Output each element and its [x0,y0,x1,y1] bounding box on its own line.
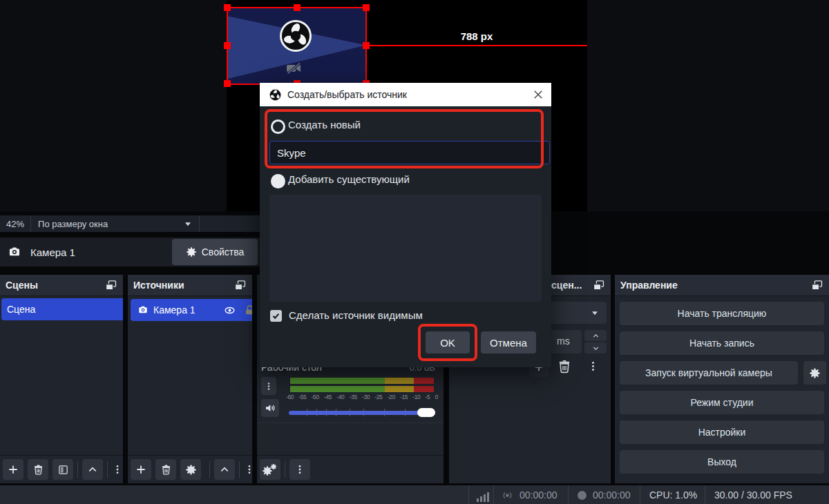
mixer-settings-button[interactable] [260,459,280,480]
volume-meter-left [290,378,434,384]
dialog-title: Создать/выбрать источник [287,89,407,100]
ok-button[interactable]: OK [426,331,470,353]
settings-button[interactable]: Настройки [620,420,824,444]
scenes-menu-button[interactable] [112,463,123,476]
add-existing-radio[interactable] [271,174,285,188]
add-existing-label: Добавить существующий [288,173,410,185]
dialog-title-bar[interactable]: Создать/выбрать источник [260,83,551,106]
scene-filters-button[interactable] [53,459,73,480]
mute-button[interactable] [261,399,279,417]
make-visible-label: Сделать источник видимым [289,309,423,321]
volume-slider-thumb[interactable] [417,408,435,417]
kebab-icon [587,359,599,374]
resize-handle-top-right[interactable] [363,4,370,11]
remove-source-button[interactable] [155,459,176,480]
status-bar: 00:00:00 00:00:00 CPU: 1.0% 30.00 / 30.0… [0,485,829,504]
divider [107,461,108,478]
chevron-up-icon [219,464,230,475]
create-new-radio[interactable] [271,119,285,134]
exit-button[interactable]: Выход [620,450,824,474]
transitions-menu-button[interactable] [587,359,599,374]
eye-icon[interactable] [223,304,236,316]
properties-button-label: Свойства [202,246,244,258]
obs-main-window: 788 px 42% По размеру окна Камера 1 Свой… [0,0,829,504]
camera-icon [7,245,22,259]
popout-icon[interactable] [592,280,605,291]
mixer-channel-menu-button[interactable] [261,377,276,395]
caret-down-icon[interactable] [182,218,193,229]
sources-toolbar [128,455,252,483]
close-icon[interactable] [532,88,544,101]
move-source-up-button[interactable] [214,459,235,480]
resize-handle-mid-right[interactable] [363,42,370,49]
resize-handle-top-left[interactable] [224,4,231,11]
gear-icon [185,464,197,476]
volume-slider[interactable] [289,407,435,418]
trash-icon [32,464,44,476]
make-visible-checkbox[interactable] [270,310,282,322]
start-virtual-camera-button[interactable]: Запуск виртуальной камеры [620,361,798,385]
remove-scene-button[interactable] [28,459,48,480]
mixer-menu-button[interactable] [289,459,310,480]
divider [568,485,569,504]
remove-transition-button[interactable] [557,359,572,374]
volume-slider-track[interactable] [289,411,435,415]
duration-increase-button[interactable] [584,330,607,341]
small-gear-icon [270,463,277,470]
resize-handle-top-center[interactable] [294,4,301,11]
gear-icon [186,246,197,258]
move-scene-up-button[interactable] [82,459,103,480]
scenes-panel: Сцены Сцена [0,275,123,483]
popout-icon[interactable] [810,280,823,291]
start-recording-button[interactable]: Начать запись [620,331,824,355]
properties-button[interactable]: Свойства [172,239,258,265]
popout-icon[interactable] [234,280,247,291]
divider [209,461,210,478]
start-streaming-button[interactable]: Начать трансляцию [620,302,824,325]
cancel-button[interactable]: Отмена [481,331,536,353]
scenes-panel-title: Сцены [6,280,38,291]
resize-handle-bottom-left[interactable] [224,80,231,87]
cpu-usage: CPU: 1.0% [649,485,697,504]
filter-icon [57,464,69,476]
divider [285,461,285,478]
source-list-item[interactable]: Камера 1 [131,299,252,321]
broadcast-icon [502,490,513,501]
sources-menu-button[interactable] [244,463,252,476]
existing-sources-list[interactable] [269,195,542,302]
sources-panel: Источники Камера 1 [128,275,252,483]
divider [77,461,78,478]
lock-open-icon[interactable] [244,304,252,316]
kebab-icon [112,463,123,476]
add-scene-button[interactable] [3,459,23,480]
source-name-input[interactable] [269,141,550,164]
resize-handle-mid-left[interactable] [224,42,231,49]
plus-icon [135,463,147,476]
kebab-icon [244,463,252,476]
divider [493,485,494,504]
sources-panel-header: Источники [128,275,252,296]
control-panel-title: Управление [620,280,678,291]
scene-list-item[interactable]: Сцена [1,298,123,320]
scale-mode-label: По размеру окна [31,219,115,229]
studio-mode-button[interactable]: Режим студии [620,391,824,414]
source-name: Камера 1 [153,304,196,316]
source-properties-button[interactable] [180,459,201,480]
virtual-camera-settings-button[interactable] [803,361,826,385]
chevron-up-icon [592,332,600,340]
divider [257,423,444,423]
caret-down-icon [589,307,600,318]
chevron-up-icon [87,464,98,475]
divider [199,215,200,232]
obs-logo-icon [269,88,282,101]
trash-icon [160,464,172,476]
signal-bars-icon [475,491,490,502]
mixer-toolbar [257,455,444,483]
popout-icon[interactable] [104,280,117,291]
divider [705,485,705,504]
kebab-icon [264,380,274,392]
scene-name: Сцена [7,304,35,315]
add-source-button[interactable] [131,459,151,480]
duration-decrease-button[interactable] [584,342,607,353]
selection-border [227,7,367,85]
